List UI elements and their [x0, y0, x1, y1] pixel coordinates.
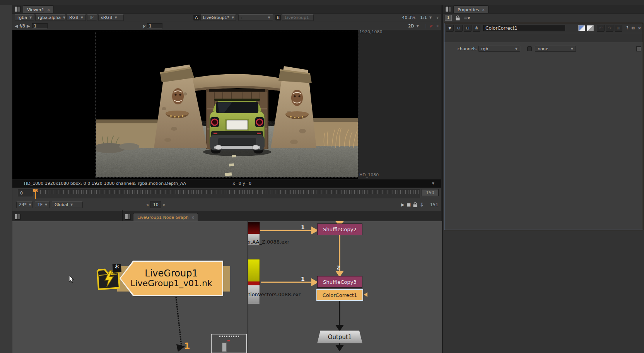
chevron-down-icon: ▼ [29, 16, 32, 19]
center-node-icon[interactable]: ⊙ [455, 25, 463, 32]
viewer-exposure-row: ◀ f/8 ▶ 1 y 1 2D▼ | ✎ » [12, 22, 441, 30]
tab-properties[interactable]: Properties × [453, 5, 489, 13]
annotate-pen-icon[interactable]: ✎ [428, 24, 433, 27]
pane-menu-icon[interactable] [125, 214, 131, 220]
timeline-mode-dropdown[interactable]: TF▼ [35, 201, 50, 208]
cursor-coords: x=0 y=0 [232, 181, 251, 186]
node-colorcorrect1[interactable]: ColorCorrect1 [316, 289, 363, 301]
collapse-chevron-icon[interactable]: » [435, 16, 440, 19]
range-end-box[interactable]: 150 [422, 189, 439, 196]
node-shufflecopy2[interactable]: ShuffleCopy2 [317, 223, 362, 235]
node-graph-pane[interactable]: LiveGroup1 LiveGroup1_v01.nk * 1 [12, 221, 248, 353]
close-icon[interactable]: × [482, 8, 485, 12]
read-depth-filename: er.AA_Z.0088.exr [248, 239, 289, 245]
close-icon[interactable]: × [47, 8, 50, 12]
flipbook-icon[interactable]: ▶ [401, 202, 404, 207]
save-layout-icon[interactable]: ↧ [420, 202, 424, 208]
lock-panels-icon[interactable] [456, 15, 460, 20]
float-panel-icon[interactable]: ⧉ [632, 26, 635, 31]
tab-viewer1[interactable]: Viewer1 × [23, 5, 54, 13]
undo-icon[interactable]: ↶ [597, 25, 605, 32]
display-channel-dropdown[interactable]: RGB▼ [67, 14, 86, 21]
node-shufflecopy3[interactable]: ShuffleCopy3 [317, 276, 362, 288]
format-name-label: HD_1080 [359, 172, 379, 177]
wrench-icon[interactable]: ⋔ [473, 25, 480, 32]
livegroup-node-graph-pane[interactable]: er.AA_Z.0088.exr otionVectors.0088.exr 1… [248, 221, 442, 353]
fps-dropdown[interactable]: 24*▼ [16, 201, 32, 208]
revert-icon[interactable]: ⊞ [615, 25, 622, 32]
chevron-down-icon: ▼ [114, 16, 117, 19]
alpha-layer-dropdown[interactable]: rgba.alpha▼ [35, 14, 65, 21]
proxy-ratio-dropdown[interactable]: 1:1▼ [418, 14, 433, 21]
fstop-label[interactable]: f/8 [19, 24, 25, 29]
gain-input[interactable]: 1 [32, 23, 48, 29]
mask-input-arrow-icon[interactable] [364, 292, 367, 297]
viewer-tabbar: Viewer1 × [12, 5, 441, 14]
skip-back-icon[interactable]: « [146, 202, 149, 207]
node-panel-header: ▼ ⊙ ⊟ ⋔ ColorCorrect1 ↶ ↷ ⊞ ? ⧉ × [444, 23, 643, 33]
collapse-arrow-icon[interactable]: ▼ [446, 25, 454, 32]
collapse-chevron-icon[interactable]: » [435, 25, 440, 27]
rendered-scene [96, 31, 358, 177]
frame-increment-input[interactable]: 10 [150, 201, 161, 208]
close-icon[interactable]: × [638, 26, 641, 31]
monitor-icon[interactable]: ⊟ [464, 25, 471, 32]
mask-checkbox[interactable] [527, 46, 532, 51]
next-icon[interactable]: ▶ [27, 24, 30, 29]
channels-label: channels [444, 46, 478, 51]
help-icon[interactable]: ? [626, 26, 629, 31]
preview-node-marker [227, 340, 230, 341]
viewer-gamma-slider[interactable] [166, 23, 265, 29]
properties-tab-label: Properties [458, 7, 479, 12]
input-b-dropdown[interactable]: LiveGroup1 [282, 14, 314, 21]
panel-stack-count[interactable]: 1 [445, 15, 452, 21]
skip-forward-icon[interactable]: » [163, 202, 166, 207]
viewer-image[interactable] [96, 31, 358, 177]
mouse-cursor [69, 275, 74, 283]
pane-menu-icon[interactable] [15, 214, 20, 220]
clear-panels-icon[interactable]: ≡x [464, 15, 470, 20]
bottom-tabbar: LiveGroup1 Node Graph × [12, 211, 441, 221]
node-name-input[interactable]: ColorCorrect1 [483, 25, 565, 31]
prev-icon[interactable]: ◀ [15, 24, 18, 29]
layer-dropdown[interactable]: rgba▼ [15, 14, 34, 21]
ruler-ticks [35, 190, 420, 194]
node-panel-tabs [444, 33, 643, 42]
chevron-down-icon: ▼ [417, 24, 419, 28]
input-a-dropdown[interactable]: LiveGroup1*▼ [200, 14, 236, 21]
timeline-ruler[interactable]: 88 [35, 189, 420, 198]
pane-menu-icon[interactable] [15, 6, 20, 12]
tab-livegroup-nodegraph[interactable]: LiveGroup1 Node Graph × [133, 213, 198, 221]
svg-text:1: 1 [184, 341, 190, 351]
mask-dropdown[interactable]: none▼ [535, 46, 576, 52]
view-mode-dropdown[interactable]: 2D▼ [406, 23, 423, 29]
gain-slider[interactable] [51, 23, 133, 29]
viewer-lut-dropdown[interactable]: sRGB▼ [98, 14, 124, 21]
properties-tabbar: Properties × [443, 5, 644, 14]
minus-button[interactable]: − [636, 46, 641, 51]
input-process-button[interactable]: IP [87, 14, 97, 21]
zoom-level[interactable]: 40.3% [402, 15, 415, 20]
stop-icon[interactable]: ■ [407, 202, 411, 207]
chevron-down-icon: ▼ [63, 16, 65, 19]
node-color-swatch[interactable] [578, 25, 585, 31]
channels-dropdown[interactable]: rgb▼ [478, 46, 520, 52]
ab-mode-dropdown[interactable]: -▼ [238, 14, 273, 21]
redo-icon[interactable]: ↷ [606, 25, 613, 32]
livegroup-tab-label: LiveGroup1 Node Graph [137, 215, 188, 220]
viewer-canvas[interactable]: 1920,1080 HD_1080 [12, 30, 441, 179]
range-start-input[interactable]: 0 [18, 189, 32, 196]
close-icon[interactable]: × [191, 215, 194, 220]
chevron-down-icon[interactable]: ▼ [432, 182, 434, 185]
chevron-down-icon: ▼ [70, 203, 73, 206]
graph-preview-widget[interactable] [211, 334, 247, 353]
node-read-motion[interactable] [248, 259, 260, 304]
node-output1[interactable]: Output1 [317, 331, 362, 343]
lock-icon[interactable] [413, 202, 417, 207]
range-scope-dropdown[interactable]: Global▼ [52, 201, 83, 208]
pane-menu-icon[interactable] [445, 6, 451, 12]
panel-color-swatch[interactable] [587, 25, 594, 31]
viewer-gamma-input[interactable]: 1 [147, 23, 162, 29]
viewer-toolbar: rgba▼ rgba.alpha▼ RGB▼ IP sRGB▼ A LiveGr… [12, 14, 441, 22]
viewer-info-bar: HD_1080 1920x1080 bbox: 0 0 1920 1080 ch… [12, 179, 441, 188]
